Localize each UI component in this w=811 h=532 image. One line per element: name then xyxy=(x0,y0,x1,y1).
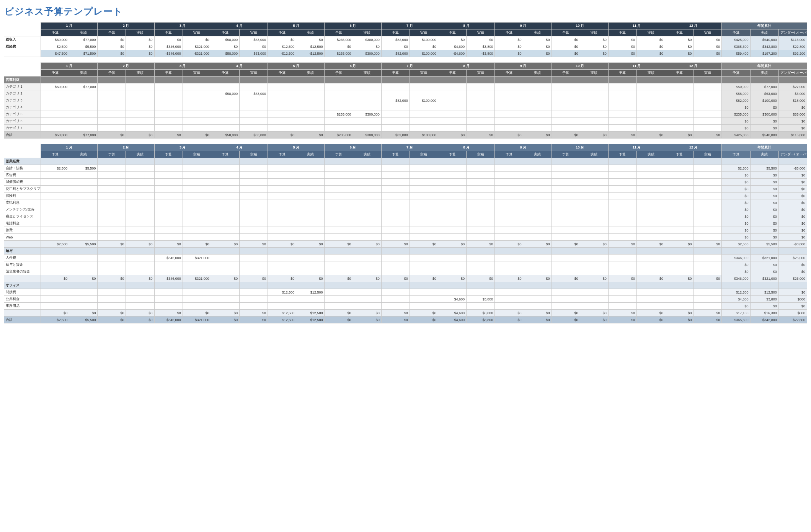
cell-actual[interactable] xyxy=(410,83,438,90)
cell-budget[interactable]: $0 xyxy=(211,317,239,323)
cell-actual[interactable] xyxy=(296,199,325,206)
cell-actual[interactable] xyxy=(580,303,608,310)
cell-budget[interactable]: $0 xyxy=(98,275,126,282)
cell-budget[interactable] xyxy=(438,104,466,111)
cell-budget[interactable]: $0 xyxy=(41,310,69,317)
cell-budget[interactable] xyxy=(495,213,523,220)
cell-budget[interactable]: $0 xyxy=(665,241,694,248)
cell-actual[interactable] xyxy=(183,172,211,179)
cell-budget[interactable] xyxy=(154,213,183,220)
cell-budget[interactable] xyxy=(438,172,466,179)
cell-actual[interactable] xyxy=(523,296,552,303)
cell-actual[interactable]: $0 xyxy=(183,36,211,43)
cell-budget[interactable] xyxy=(608,193,636,199)
cell-budget[interactable] xyxy=(325,165,353,172)
cell-budget[interactable] xyxy=(381,179,410,186)
cell-actual[interactable] xyxy=(636,234,665,241)
cell-actual[interactable] xyxy=(69,213,98,220)
cell-actual[interactable] xyxy=(239,296,268,303)
cell-budget[interactable] xyxy=(552,296,580,303)
cell-actual[interactable] xyxy=(69,193,98,199)
cell-actual[interactable] xyxy=(410,193,438,199)
cell-actual[interactable] xyxy=(523,234,552,241)
cell-actual[interactable] xyxy=(239,261,268,268)
cell-actual[interactable]: $0 xyxy=(467,241,495,248)
cell-actual[interactable]: $100,000 xyxy=(410,132,438,139)
cell-budget[interactable] xyxy=(268,199,296,206)
cell-budget[interactable] xyxy=(552,125,580,132)
cell-actual[interactable] xyxy=(523,255,552,261)
cell-budget[interactable] xyxy=(41,193,69,199)
cell-actual[interactable] xyxy=(126,261,154,268)
cell-actual[interactable]: $12,500 xyxy=(296,289,325,296)
cell-budget[interactable]: $0 xyxy=(552,36,580,43)
cell-budget[interactable] xyxy=(665,213,694,220)
cell-actual[interactable] xyxy=(183,111,211,118)
cell-budget[interactable]: $0 xyxy=(495,36,523,43)
cell-budget[interactable] xyxy=(98,165,126,172)
cell-actual[interactable] xyxy=(126,90,154,97)
cell-actual[interactable] xyxy=(694,303,722,310)
cell-actual[interactable]: $0 xyxy=(580,317,608,323)
cell-budget[interactable] xyxy=(608,104,636,111)
cell-actual[interactable]: $0 xyxy=(126,43,154,50)
cell-actual[interactable]: $0 xyxy=(467,132,495,139)
cell-actual[interactable]: $0 xyxy=(523,132,552,139)
cell-actual[interactable]: $63,000 xyxy=(239,36,268,43)
cell-actual[interactable]: $3,800 xyxy=(467,43,495,50)
cell-actual[interactable]: $0 xyxy=(694,43,722,50)
cell-actual[interactable] xyxy=(353,193,381,199)
cell-budget[interactable]: $0 xyxy=(665,310,694,317)
cell-actual[interactable]: $0 xyxy=(694,50,722,57)
cell-actual[interactable] xyxy=(239,97,268,104)
cell-budget[interactable] xyxy=(608,227,636,234)
cell-budget[interactable]: $0 xyxy=(495,50,523,57)
cell-budget[interactable] xyxy=(495,172,523,179)
cell-budget[interactable] xyxy=(438,165,466,172)
cell-budget[interactable] xyxy=(154,165,183,172)
cell-budget[interactable] xyxy=(98,97,126,104)
cell-actual[interactable] xyxy=(183,213,211,220)
cell-budget[interactable]: -$4,600 xyxy=(438,50,466,57)
cell-actual[interactable]: $0 xyxy=(126,275,154,282)
cell-actual[interactable]: $0 xyxy=(694,36,722,43)
cell-budget[interactable] xyxy=(211,97,239,104)
cell-actual[interactable] xyxy=(353,118,381,125)
cell-budget[interactable] xyxy=(381,104,410,111)
cell-actual[interactable] xyxy=(523,186,552,193)
cell-budget[interactable] xyxy=(665,83,694,90)
cell-actual[interactable]: -$3,800 xyxy=(467,50,495,57)
cell-actual[interactable] xyxy=(580,104,608,111)
cell-budget[interactable] xyxy=(98,104,126,111)
cell-actual[interactable]: $300,000 xyxy=(353,111,381,118)
cell-budget[interactable]: $0 xyxy=(495,43,523,50)
cell-actual[interactable] xyxy=(239,199,268,206)
cell-actual[interactable]: $0 xyxy=(239,310,268,317)
cell-actual[interactable]: $0 xyxy=(523,43,552,50)
cell-actual[interactable]: $0 xyxy=(580,43,608,50)
cell-actual[interactable] xyxy=(410,179,438,186)
cell-budget[interactable] xyxy=(154,104,183,111)
cell-budget[interactable]: $0 xyxy=(608,317,636,323)
cell-budget[interactable]: $58,000 xyxy=(211,36,239,43)
cell-actual[interactable] xyxy=(636,111,665,118)
cell-actual[interactable] xyxy=(636,193,665,199)
cell-actual[interactable] xyxy=(126,83,154,90)
cell-actual[interactable] xyxy=(694,90,722,97)
cell-actual[interactable] xyxy=(410,296,438,303)
cell-budget[interactable] xyxy=(325,296,353,303)
cell-budget[interactable] xyxy=(325,179,353,186)
cell-budget[interactable] xyxy=(154,220,183,227)
cell-budget[interactable]: $0 xyxy=(381,275,410,282)
cell-budget[interactable] xyxy=(552,90,580,97)
cell-actual[interactable] xyxy=(580,193,608,199)
cell-budget[interactable] xyxy=(495,111,523,118)
cell-budget[interactable] xyxy=(495,83,523,90)
cell-budget[interactable] xyxy=(665,289,694,296)
cell-budget[interactable] xyxy=(665,193,694,199)
cell-budget[interactable] xyxy=(608,206,636,213)
cell-actual[interactable] xyxy=(183,83,211,90)
cell-budget[interactable] xyxy=(381,227,410,234)
cell-actual[interactable] xyxy=(410,303,438,310)
cell-budget[interactable] xyxy=(325,186,353,193)
